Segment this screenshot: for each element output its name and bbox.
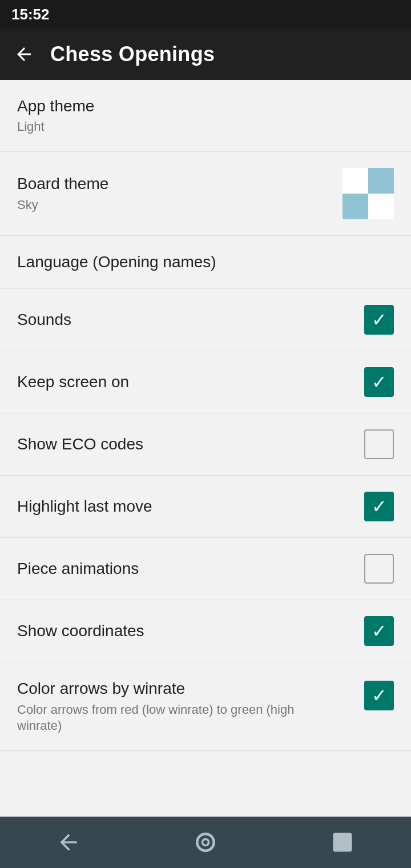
svg-point-10 [197, 834, 213, 850]
setting-label-language: Language (Opening names) [17, 252, 394, 272]
setting-text-keep-screen-on: Keep screen on [17, 372, 364, 392]
setting-text-app-theme: App theme Light [17, 96, 394, 135]
keep-screen-on-checkmark: ✓ [372, 373, 387, 391]
color-arrows-checkbox[interactable]: ✓ [364, 681, 394, 710]
highlight-last-move-checkmark: ✓ [372, 497, 387, 516]
show-coordinates-checkbox[interactable]: ✓ [364, 616, 394, 646]
back-button[interactable] [14, 44, 34, 65]
setting-label-app-theme: App theme [17, 96, 394, 116]
setting-label-sounds: Sounds [17, 310, 364, 330]
setting-item-color-arrows[interactable]: Color arrows by winrate Color arrows fro… [0, 662, 411, 751]
setting-item-highlight-last-move[interactable]: Highlight last move ✓ [0, 476, 411, 538]
color-arrows-checkmark: ✓ [372, 686, 387, 705]
setting-item-show-eco-codes[interactable]: Show ECO codes [0, 413, 411, 476]
board-cell-2 [368, 168, 394, 194]
piece-animations-checkbox[interactable] [364, 554, 394, 584]
setting-text-show-coordinates: Show coordinates [17, 621, 364, 641]
keep-screen-on-checkbox[interactable]: ✓ [364, 367, 394, 397]
setting-label-highlight-last-move: Highlight last move [17, 496, 364, 517]
svg-rect-12 [333, 833, 352, 852]
setting-text-highlight-last-move: Highlight last move [17, 496, 364, 517]
nav-home-button[interactable] [188, 825, 223, 859]
bottom-nav-bar [0, 817, 411, 868]
setting-label-piece-animations: Piece animations [17, 558, 364, 579]
show-eco-codes-checkbox[interactable] [364, 429, 394, 459]
setting-item-app-theme[interactable]: App theme Light [0, 80, 411, 152]
sounds-checkmark: ✓ [372, 311, 387, 329]
setting-text-board-theme: Board theme Sky [17, 174, 342, 213]
show-coordinates-checkmark: ✓ [372, 622, 387, 640]
setting-sublabel-color-arrows: Color arrows from red (low winrate) to g… [17, 702, 325, 734]
setting-item-show-coordinates[interactable]: Show coordinates ✓ [0, 600, 411, 662]
setting-text-piece-animations: Piece animations [17, 558, 364, 579]
setting-text-sounds: Sounds [17, 310, 364, 330]
setting-item-piece-animations[interactable]: Piece animations [0, 538, 411, 600]
svg-point-11 [203, 839, 209, 846]
setting-sublabel-app-theme: Light [17, 119, 325, 135]
nav-recent-button[interactable] [325, 825, 360, 859]
setting-item-keep-screen-on[interactable]: Keep screen on ✓ [0, 351, 411, 413]
setting-sublabel-board-theme: Sky [17, 197, 325, 214]
setting-label-color-arrows: Color arrows by winrate [17, 678, 364, 699]
setting-item-sounds[interactable]: Sounds ✓ [0, 289, 411, 351]
setting-text-language: Language (Opening names) [17, 252, 394, 272]
setting-text-show-eco-codes: Show ECO codes [17, 434, 364, 455]
board-cell-3 [342, 194, 368, 219]
board-cell-1 [342, 168, 368, 194]
setting-text-color-arrows: Color arrows by winrate Color arrows fro… [17, 678, 364, 734]
highlight-last-move-checkbox[interactable]: ✓ [364, 492, 394, 521]
setting-label-board-theme: Board theme [17, 174, 342, 194]
setting-label-keep-screen-on: Keep screen on [17, 372, 364, 392]
setting-label-show-coordinates: Show coordinates [17, 621, 364, 641]
setting-item-board-theme[interactable]: Board theme Sky [0, 152, 411, 236]
setting-item-language[interactable]: Language (Opening names) [0, 236, 411, 289]
app-bar-title: Chess Openings [50, 42, 215, 66]
board-cell-4 [368, 194, 394, 219]
nav-back-button[interactable] [51, 825, 86, 859]
settings-list: App theme Light Board theme Sky Language… [0, 80, 411, 817]
status-time: 15:52 [11, 6, 50, 23]
board-preview [342, 168, 394, 219]
status-icons [386, 9, 400, 19]
setting-label-show-eco-codes: Show ECO codes [17, 434, 364, 455]
app-bar: Chess Openings [0, 29, 411, 80]
sounds-checkbox[interactable]: ✓ [364, 305, 394, 335]
status-bar: 15:52 [0, 0, 411, 29]
